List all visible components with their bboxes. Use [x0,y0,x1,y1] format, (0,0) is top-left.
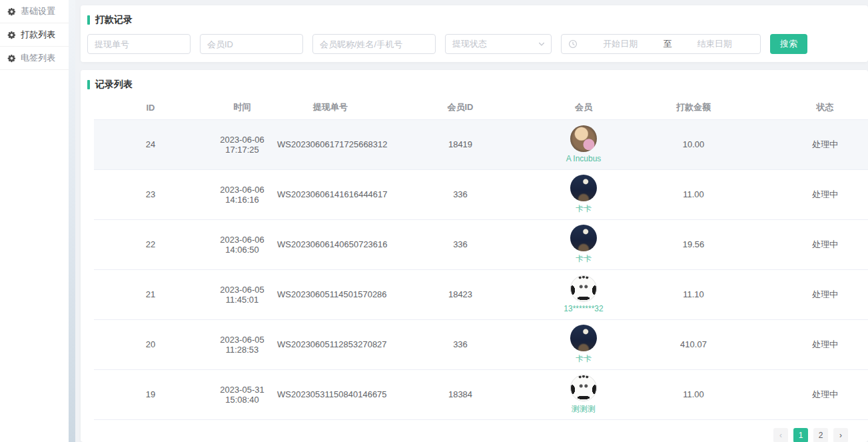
cell-order-no: WS20230606140650723616 [277,219,384,269]
col-header-time: 时间 [207,96,277,119]
cell-member-id: 336 [384,219,537,269]
table-row: 20 2023-06-05 11:28:53 WS202306051128532… [94,319,868,369]
section-title: 打款记录 [95,14,133,26]
cell-id: 22 [94,219,207,269]
sidebar-item-esign-list[interactable]: 电签列表 [0,47,69,70]
pagination-next-button[interactable]: › [833,428,848,442]
col-header-member-id: 会员ID [384,96,537,119]
cell-status: 处理中 [757,219,868,269]
cell-member: A Incubus [537,119,630,169]
sidebar-item-basic-settings[interactable]: 基础设置 [0,0,69,23]
cell-time: 2023-06-06 14:06:50 [207,219,277,269]
pagination: ‹ 1 2 › [81,428,848,442]
cell-time: 2023-06-05 11:28:53 [207,319,277,369]
cell-amount: 410.07 [630,319,757,369]
member-name-link[interactable]: A Incubus [566,154,602,163]
end-date-placeholder[interactable]: 结束日期 [676,38,754,50]
cell-order-no: WS20230606141616444617 [277,169,384,219]
chevron-left-icon: ‹ [779,431,782,440]
cell-amount: 10.00 [630,119,757,169]
member-name-link[interactable]: 卡卡 [576,203,592,215]
pagination-page-2[interactable]: 2 [813,428,828,442]
section-header: 记录列表 [81,70,868,91]
clock-icon [568,39,578,49]
date-range-picker[interactable]: 开始日期 至 结束日期 [561,34,761,54]
member-avatar [570,275,597,302]
record-table-body: 24 2023-06-06 17:17:25 WS202306061717256… [94,119,868,419]
cell-time: 2023-06-06 14:16:16 [207,169,277,219]
start-date-placeholder[interactable]: 开始日期 [582,38,659,50]
table-row: 24 2023-06-06 17:17:25 WS202306061717256… [94,119,868,169]
date-range-separator: 至 [663,38,672,50]
cell-status: 处理中 [757,369,868,419]
gear-icon [7,7,16,16]
cell-member: 卡卡 [537,169,630,219]
cell-time: 2023-06-06 17:17:25 [207,119,277,169]
sidebar: 基础设置 打款列表 电签列表 [0,0,69,442]
cell-id: 24 [94,119,207,169]
sidebar-item-label: 打款列表 [21,29,55,41]
sidebar-item-payment-list[interactable]: 打款列表 [0,23,69,47]
member-name-link[interactable]: 13*******32 [564,304,603,313]
pagination-prev-button[interactable]: ‹ [773,428,788,442]
member-name-link[interactable]: 测测测 [572,403,596,415]
cell-id: 23 [94,169,207,219]
sidebar-scrollbar[interactable] [69,0,75,442]
cell-status: 处理中 [757,169,868,219]
table-header-row: ID 时间 提现单号 会员ID 会员 打款金额 状态 [94,96,868,119]
cell-amount: 11.10 [630,269,757,319]
table-row: 19 2023-05-31 15:08:40 WS202305311508401… [94,369,868,419]
cell-id: 20 [94,319,207,369]
cell-amount: 11.00 [630,169,757,219]
select-placeholder: 提现状态 [452,38,487,50]
search-button[interactable]: 搜索 [770,34,807,54]
cell-amount: 11.00 [630,369,757,419]
cell-member: 测测测 [537,369,630,419]
member-avatar [570,325,597,351]
cell-id: 21 [94,269,207,319]
cell-order-no: WS20230605114501570286 [277,269,384,319]
sidebar-item-label: 基础设置 [21,5,55,17]
cell-order-no: WS20230605112853270827 [277,319,384,369]
col-header-amount: 打款金额 [630,96,757,119]
member-name-phone-input[interactable] [312,34,436,54]
pagination-page-1[interactable]: 1 [793,428,808,442]
cell-member: 卡卡 [537,219,630,269]
cell-order-no: WS20230606171725668312 [277,119,384,169]
cell-member: 13*******32 [537,269,630,319]
withdraw-order-input[interactable] [87,34,191,54]
cell-id: 19 [94,369,207,419]
gear-icon [7,54,16,63]
cell-status: 处理中 [757,119,868,169]
member-name-link[interactable]: 卡卡 [576,353,592,365]
withdraw-status-select[interactable]: 提现状态 [445,34,552,54]
section-accent-bar [87,80,90,89]
member-avatar [570,175,597,201]
section-title: 记录列表 [95,79,133,91]
cell-time: 2023-05-31 15:08:40 [207,369,277,419]
cell-amount: 19.56 [630,219,757,269]
sidebar-item-label: 电签列表 [21,52,55,64]
cell-member-id: 336 [384,169,537,219]
gear-icon [7,31,16,39]
section-header: 打款记录 [81,5,868,26]
chevron-down-icon [538,40,546,48]
cell-time: 2023-06-05 11:45:01 [207,269,277,319]
cell-member-id: 336 [384,319,537,369]
member-avatar [570,125,597,152]
payment-record-filter-card: 打款记录 提现状态 开始日期 至 结束日期 搜索 [81,5,868,62]
col-header-status: 状态 [757,96,868,119]
member-id-input[interactable] [200,34,303,54]
cell-member: 卡卡 [537,319,630,369]
cell-member-id: 18419 [384,119,537,169]
cell-order-no: WS20230531150840146675 [277,369,384,419]
chevron-right-icon: › [839,431,842,440]
member-avatar [570,225,597,251]
cell-status: 处理中 [757,269,868,319]
member-name-link[interactable]: 卡卡 [576,253,592,265]
cell-member-id: 18384 [384,369,537,419]
col-header-order-no: 提现单号 [277,96,384,119]
cell-status: 处理中 [757,319,868,369]
col-header-member: 会员 [537,96,630,119]
record-table: ID 时间 提现单号 会员ID 会员 打款金额 状态 24 2023-06-06… [94,96,868,420]
